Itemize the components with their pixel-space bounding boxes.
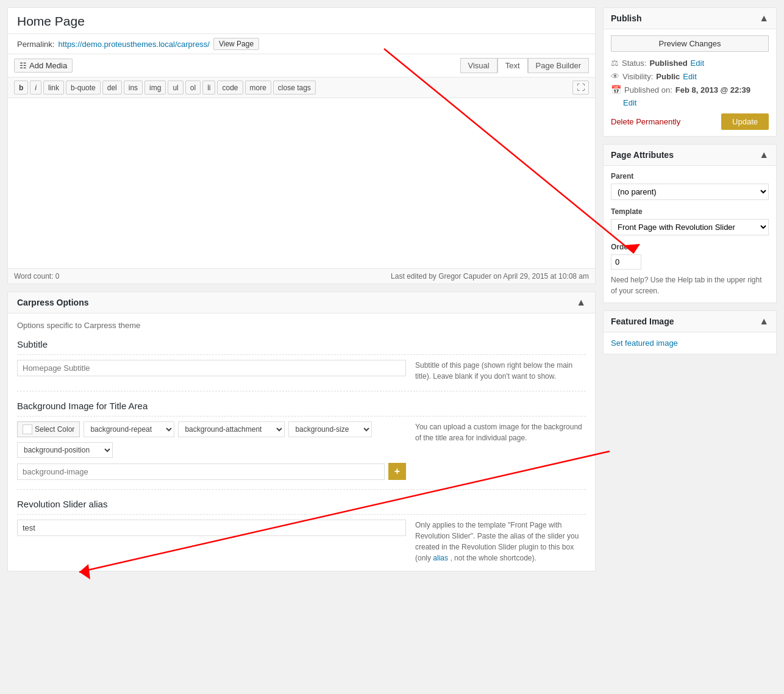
page-attributes-content: Parent (no parent) Template Front Page w… [604, 166, 776, 302]
format-italic[interactable]: i [30, 80, 41, 95]
publish-box: Publish ▲ Preview Changes ⚖ Status: Publ… [603, 7, 777, 137]
format-ol[interactable]: ol [185, 80, 201, 95]
visibility-label: Visibility: [622, 72, 653, 81]
format-del[interactable]: del [102, 80, 122, 95]
bg-image-row: + [17, 463, 406, 480]
status-icon: ⚖ [611, 58, 619, 68]
preview-changes-button[interactable]: Preview Changes [611, 35, 769, 52]
permalink-label: Permalink: [17, 40, 54, 49]
status-row: ⚖ Status: Published Edit [611, 58, 769, 68]
revolution-input-row: Only applies to the template "Front Page… [17, 520, 586, 563]
add-media-button[interactable]: ☷ Add Media [14, 59, 73, 73]
bg-size-select[interactable]: background-size auto cover contain [288, 421, 372, 437]
page-attributes-box: Page Attributes ▲ Parent (no parent) Tem… [603, 144, 777, 303]
calendar-icon: 📅 [611, 85, 621, 95]
featured-image-header: Featured Image ▲ [604, 311, 776, 332]
publish-toggle-icon[interactable]: ▲ [759, 13, 769, 24]
visibility-edit-link[interactable]: Edit [683, 72, 696, 81]
select-color-label: Select Color [35, 425, 74, 434]
page-attributes-toggle[interactable]: ▲ [759, 149, 769, 160]
bg-desc: You can upload a custom image for the ba… [415, 421, 586, 443]
visibility-icon: 👁 [611, 71, 619, 81]
bg-repeat-select[interactable]: background-repeat no-repeat repeat repea… [84, 421, 174, 437]
carpress-toggle-icon[interactable]: ▲ [576, 297, 586, 308]
featured-image-content: Set featured image [604, 332, 776, 354]
bg-section-title: Background Image for Title Area [17, 401, 586, 417]
featured-image-title: Featured Image [611, 317, 674, 326]
bg-position-select[interactable]: background-position top left top center … [17, 442, 113, 458]
media-icon: ☷ [20, 61, 27, 70]
update-button[interactable]: Update [721, 113, 769, 130]
status-label: Status: [622, 59, 646, 68]
tab-visual[interactable]: Visual [460, 58, 497, 73]
editor-footer: Word count: 0 Last edited by Gregor Capu… [8, 269, 595, 284]
revolution-desc-text2: , not the whole shortcode). [450, 554, 536, 562]
revolution-input-area [17, 520, 406, 536]
page-editor-box: Home Page Permalink: https://demo.proteu… [7, 7, 596, 284]
add-media-label: Add Media [29, 61, 67, 70]
upload-image-button[interactable]: + [388, 463, 406, 480]
subtitle-input-area [17, 360, 406, 376]
featured-image-toggle[interactable]: ▲ [759, 316, 769, 327]
view-page-button[interactable]: View Page [213, 38, 259, 50]
format-ul[interactable]: ul [168, 80, 183, 95]
format-link[interactable]: link [43, 80, 64, 95]
page-attributes-header: Page Attributes ▲ [604, 145, 776, 166]
format-img[interactable]: img [144, 80, 166, 95]
format-more[interactable]: more [245, 80, 271, 95]
order-input[interactable] [611, 254, 641, 270]
format-bar: b i link b-quote del ins img ul ol li co… [8, 77, 595, 98]
subtitle-desc: Subtitle of this page (shown right below… [415, 360, 586, 382]
status-edit-link[interactable]: Edit [691, 59, 704, 68]
carpress-box-content: Options specific to Carpress theme Subti… [8, 313, 595, 571]
parent-label: Parent [611, 172, 769, 181]
bg-position-row: background-position top left top center … [17, 442, 406, 458]
format-bquote[interactable]: b-quote [66, 80, 101, 95]
tab-page-builder[interactable]: Page Builder [528, 58, 589, 73]
bg-attachment-select[interactable]: background-attachment scroll fixed [178, 421, 285, 437]
help-text: Need help? Use the Help tab in the upper… [611, 274, 769, 296]
editor-toolbar: ☷ Add Media Visual Text Page Builder [8, 54, 595, 77]
format-code[interactable]: code [217, 80, 243, 95]
set-featured-image-link[interactable]: Set featured image [611, 338, 678, 348]
template-label: Template [611, 207, 769, 216]
revolution-input[interactable] [17, 520, 406, 536]
published-on-row: 📅 Published on: Feb 8, 2013 @ 22:39 [611, 85, 769, 95]
published-label: Published on: [624, 85, 672, 95]
bg-field-row: Select Color background-repeat no-repeat… [17, 421, 586, 480]
editor-tabs: Visual Text Page Builder [460, 58, 589, 73]
format-ins[interactable]: ins [124, 80, 143, 95]
revolution-alias-link[interactable]: alias [433, 554, 448, 562]
published-value: Feb 8, 2013 @ 22:39 [675, 85, 750, 95]
color-swatch [23, 424, 32, 434]
fullscreen-button[interactable]: ⛶ [572, 80, 589, 95]
subtitle-input[interactable] [17, 360, 406, 376]
select-color-button[interactable]: Select Color [17, 421, 80, 437]
carpress-box-title: Carpress Options [17, 298, 88, 307]
order-label: Order [611, 243, 769, 251]
carpress-options-box: Carpress Options ▲ Options specific to C… [7, 292, 596, 571]
format-bold[interactable]: b [14, 80, 28, 95]
permalink-url: https://demo.proteusthemes.local/carpres… [58, 40, 210, 49]
page-title-area: Home Page [8, 8, 595, 34]
template-select[interactable]: Front Page with Revolution Slider Defaul… [611, 219, 769, 235]
tab-text[interactable]: Text [497, 58, 528, 73]
published-edit-link[interactable]: Edit [623, 98, 636, 107]
page-title: Home Page [17, 14, 85, 28]
revolution-desc: Only applies to the template "Front Page… [415, 520, 586, 563]
status-value: Published [649, 59, 687, 68]
format-li[interactable]: li [202, 80, 215, 95]
editor-content-area[interactable] [8, 98, 595, 269]
publish-footer: Delete Permanently Update [611, 113, 769, 130]
carpress-box-header: Carpress Options ▲ [8, 292, 595, 313]
parent-select[interactable]: (no parent) [611, 184, 769, 200]
subtitle-section-title: Subtitle [17, 339, 586, 355]
featured-image-box: Featured Image ▲ Set featured image [603, 310, 777, 354]
page-attributes-title: Page Attributes [611, 150, 674, 160]
delete-permanently-link[interactable]: Delete Permanently [611, 117, 680, 126]
bg-controls-row: Select Color background-repeat no-repeat… [17, 421, 406, 437]
bg-image-input[interactable] [17, 463, 385, 480]
format-close-tags[interactable]: close tags [273, 80, 316, 95]
visibility-row: 👁 Visibility: Public Edit [611, 71, 769, 81]
permalink-row: Permalink: https://demo.proteusthemes.lo… [8, 34, 595, 54]
